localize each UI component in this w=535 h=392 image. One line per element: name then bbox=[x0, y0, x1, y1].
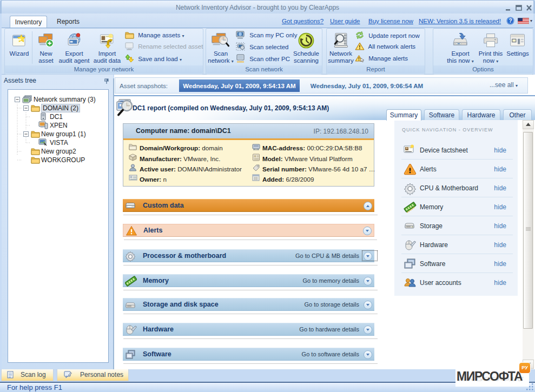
svg-text:?: ? bbox=[508, 18, 512, 24]
